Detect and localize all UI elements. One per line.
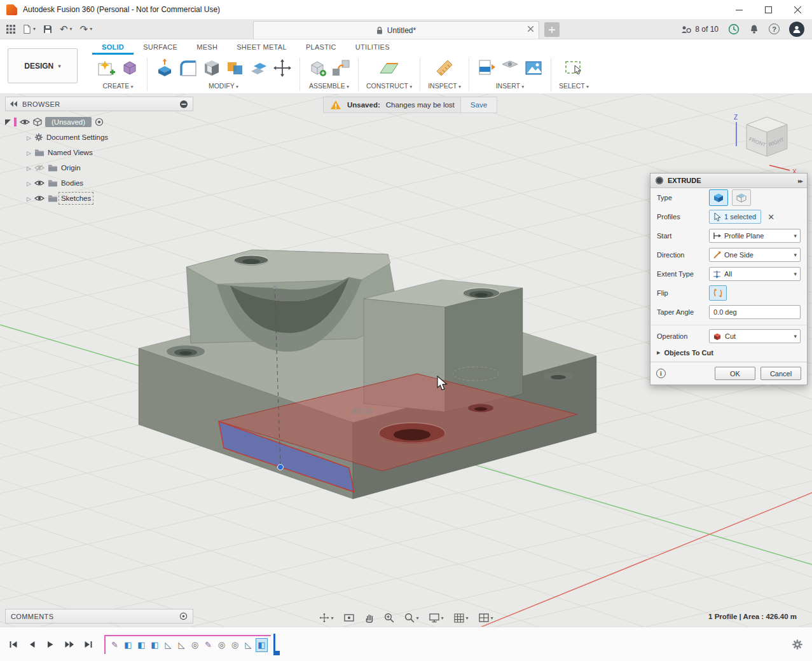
notifications-button[interactable]	[749, 22, 759, 37]
timeline-settings-button[interactable]	[792, 639, 803, 650]
group-label-construct[interactable]: CONSTRUCT	[366, 81, 412, 90]
workspace-switcher[interactable]: DESIGN	[8, 48, 78, 83]
extent-dropdown[interactable]: All	[709, 267, 801, 281]
timeline-feature-hole-icon[interactable]: ◎	[229, 638, 241, 652]
expand-arrow-icon[interactable]	[27, 164, 31, 172]
dock-panel-icon[interactable]	[798, 177, 802, 184]
save-button[interactable]	[43, 22, 52, 37]
base-counterbore-hole[interactable]	[167, 346, 205, 358]
play-button[interactable]	[46, 640, 55, 649]
timeline-position-marker[interactable]	[273, 634, 275, 655]
decal-icon[interactable]	[500, 58, 520, 78]
manipulator-dot[interactable]	[278, 465, 284, 470]
minimize-panel-icon[interactable]	[179, 100, 188, 109]
browser-item-bodies[interactable]: Bodies	[5, 175, 193, 191]
base-right-hole[interactable]	[543, 372, 574, 381]
dialog-header[interactable]: EXTRUDE	[650, 174, 807, 188]
go-to-start-button[interactable]	[9, 640, 18, 649]
pan-button[interactable]	[364, 613, 373, 623]
direction-dropdown[interactable]: One Side	[709, 248, 801, 262]
profiles-selection-box[interactable]: 1 selected	[709, 210, 761, 224]
flip-button[interactable]	[709, 285, 727, 301]
start-dropdown[interactable]: Profile Plane	[709, 229, 801, 243]
group-label-create[interactable]: CREATE	[102, 81, 133, 90]
timeline-feature-extrude-icon[interactable]: ◧	[149, 638, 161, 652]
create-sketch-icon[interactable]	[97, 58, 116, 78]
timeline-feature-chamfer-icon[interactable]: ◺	[162, 638, 174, 652]
new-tab-button[interactable]	[544, 22, 560, 37]
expand-arrow-icon[interactable]	[27, 133, 31, 141]
group-label-select[interactable]: SELECT	[559, 81, 589, 90]
tab-mesh[interactable]: MESH	[187, 39, 227, 55]
browser-root-row[interactable]: (Unsaved)	[5, 114, 193, 130]
timeline-feature-hole-icon[interactable]: ◎	[216, 638, 228, 652]
close-button[interactable]	[783, 0, 812, 19]
browser-item-sketches[interactable]: Sketches	[5, 191, 193, 206]
expand-arrow-icon[interactable]	[27, 179, 31, 187]
taper-angle-input[interactable]: 0.0 deg	[709, 305, 801, 319]
banner-save-button[interactable]: Save	[460, 97, 497, 112]
select-icon[interactable]	[564, 58, 583, 78]
expand-arrow-icon[interactable]	[27, 194, 31, 202]
viewport[interactable]: 80.00 BROWSER (Unsaved)	[0, 94, 812, 627]
timeline-feature-extrude-icon[interactable]: ◧	[122, 638, 134, 652]
extrude-type-thin-button[interactable]	[732, 189, 751, 206]
timeline-feature-extrude-icon[interactable]: ◧	[135, 638, 148, 652]
go-to-end-button[interactable]	[84, 640, 93, 649]
browser-item-named-views[interactable]: Named Views	[5, 145, 193, 160]
help-button[interactable]	[769, 24, 780, 34]
fillet-icon[interactable]	[179, 58, 198, 78]
redo-button[interactable]: ↷	[80, 22, 93, 37]
operation-dropdown[interactable]: Cut	[709, 329, 801, 343]
step-back-button[interactable]	[27, 640, 36, 649]
group-label-insert[interactable]: INSERT	[496, 81, 525, 90]
app-grid-button[interactable]	[6, 22, 15, 37]
objects-to-cut-section[interactable]: Objects To Cut	[650, 344, 807, 362]
timeline-feature-sketch-icon[interactable]: ✎	[109, 638, 121, 652]
group-label-modify[interactable]: MODIFY	[209, 81, 238, 90]
tab-plastic[interactable]: PLASTIC	[296, 39, 346, 55]
new-component-icon[interactable]	[308, 58, 327, 78]
group-label-inspect[interactable]: INSPECT	[428, 81, 461, 90]
look-at-button[interactable]	[343, 613, 354, 622]
document-tab[interactable]: Untitled*	[253, 21, 539, 39]
tab-sheet-metal[interactable]: SHEET METAL	[227, 39, 296, 55]
zoom-window-button[interactable]	[404, 613, 418, 623]
joint-icon[interactable]	[331, 58, 350, 78]
user-avatar[interactable]	[789, 22, 804, 37]
cancel-button[interactable]: Cancel	[760, 367, 801, 380]
grid-snaps-button[interactable]	[454, 613, 469, 623]
tab-utilities[interactable]: UTILITIES	[346, 39, 399, 55]
measure-icon[interactable]	[435, 58, 454, 78]
minimize-button[interactable]	[724, 0, 754, 19]
display-settings-button[interactable]	[429, 613, 443, 623]
timeline-feature-chamfer-icon[interactable]: ◺	[242, 638, 254, 652]
maximize-button[interactable]	[754, 0, 783, 19]
move-copy-icon[interactable]	[273, 58, 292, 78]
offset-face-icon[interactable]	[249, 58, 268, 78]
group-label-assemble[interactable]: ASSEMBLE	[309, 81, 349, 90]
construct-plane-icon[interactable]	[378, 58, 400, 78]
comments-panel[interactable]: COMMENTS	[5, 609, 193, 624]
tab-close-icon[interactable]	[528, 26, 533, 32]
extension-manager-button[interactable]	[728, 22, 740, 37]
viewports-button[interactable]	[479, 613, 493, 622]
eye-off-icon[interactable]	[34, 164, 45, 172]
expand-arrow-icon[interactable]	[27, 149, 31, 156]
undo-button[interactable]: ↶	[60, 22, 72, 37]
info-icon[interactable]	[656, 369, 666, 378]
tab-surface[interactable]: SURFACE	[134, 39, 187, 55]
browser-item-origin[interactable]: Origin	[5, 160, 193, 175]
zoom-button[interactable]	[383, 613, 394, 623]
canvas-image-icon[interactable]	[524, 58, 543, 78]
extrude-type-solid-button[interactable]	[709, 189, 728, 206]
eye-icon[interactable]	[34, 179, 45, 187]
ok-button[interactable]: OK	[715, 367, 755, 380]
timeline-feature-chamfer-icon[interactable]: ◺	[175, 638, 188, 652]
tab-solid[interactable]: SOLID	[92, 39, 134, 55]
expand-comments-icon[interactable]	[179, 612, 188, 620]
press-pull-icon[interactable]	[155, 58, 174, 78]
timeline-feature-extrude-icon[interactable]: ◧	[256, 638, 268, 652]
orbit-button[interactable]	[319, 613, 333, 623]
view-cube[interactable]: Z FRONT RIGHT X	[725, 106, 804, 179]
